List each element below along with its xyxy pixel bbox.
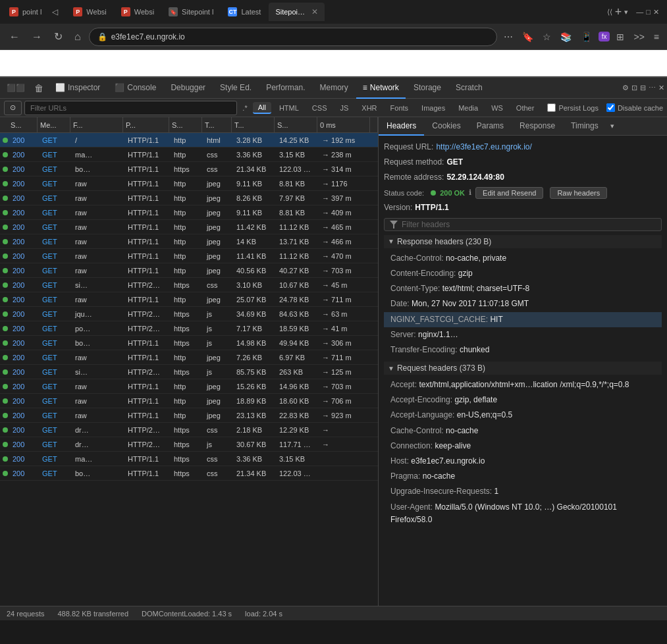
- table-row[interactable]: 200GETma…HTTP/1.1httpscss3.36 KB3.15 KB: [0, 452, 378, 466]
- filter-regex-btn[interactable]: .*: [240, 104, 250, 112]
- tab-3[interactable]: P Websi: [115, 3, 161, 21]
- devtools-toggle[interactable]: ⬛⬛: [3, 84, 29, 92]
- filter-other[interactable]: Other: [511, 103, 540, 113]
- response-headers-section[interactable]: ▼ Response headers (230 B): [384, 235, 662, 248]
- table-row[interactable]: 200GETbo…HTTP/1.1httpscss21.34 KB122.03 …: [0, 162, 378, 176]
- filter-all[interactable]: All: [253, 102, 271, 114]
- table-row[interactable]: 200GETrawHTTP/1.1httpjpeg23.13 KB22.83 K…: [0, 408, 378, 423]
- raw-headers-button[interactable]: Raw headers: [550, 187, 607, 199]
- col-status[interactable]: S...: [8, 117, 38, 132]
- filter-xhr[interactable]: XHR: [356, 103, 382, 113]
- col-file[interactable]: F...: [70, 117, 123, 132]
- filter-js[interactable]: JS: [334, 103, 354, 113]
- col-type[interactable]: T...: [202, 117, 232, 132]
- edit-resend-button[interactable]: Edit and Resend: [475, 187, 543, 199]
- filter-html[interactable]: HTML: [274, 103, 304, 113]
- table-row[interactable]: 200GETrawHTTP/1.1httpjpeg15.26 KB14.96 K…: [0, 379, 378, 394]
- details-tab-params[interactable]: Params: [469, 117, 512, 136]
- star-btn[interactable]: ☆: [540, 29, 554, 45]
- filter-urls-input[interactable]: [24, 101, 237, 115]
- tab-4[interactable]: 🔖 Sitepoint l: [162, 3, 220, 21]
- details-tabs-overflow[interactable]: ▾: [606, 122, 618, 130]
- bookmark-btn[interactable]: 🔖: [520, 29, 536, 45]
- table-row[interactable]: 200GETrawHTTP/1.1httpjpeg18.89 KB18.60 K…: [0, 394, 378, 408]
- request-headers-section[interactable]: ▼ Request headers (373 B): [384, 362, 662, 375]
- refresh-button[interactable]: ↻: [50, 28, 67, 45]
- devtools-tab-network[interactable]: ≡ Network: [356, 78, 406, 99]
- tab-1[interactable]: P point l: [3, 3, 48, 21]
- tab-5[interactable]: CT Latest: [221, 3, 267, 21]
- persist-logs-checkbox[interactable]: [547, 103, 556, 112]
- col-method[interactable]: Me...: [38, 117, 70, 132]
- close-window-btn[interactable]: ✕: [653, 8, 659, 16]
- minimize-btn[interactable]: —: [636, 8, 643, 16]
- apps-btn[interactable]: ⊞: [614, 29, 627, 45]
- devtools-dock[interactable]: ⊡: [631, 84, 637, 92]
- disable-cache-checkbox[interactable]: [606, 103, 615, 112]
- table-row[interactable]: 200GETma…HTTP/1.1httpcss3.36 KB3.15 KB→ …: [0, 148, 378, 162]
- filter-ws[interactable]: WS: [486, 103, 508, 113]
- devtools-tab-console[interactable]: ⬛ Console: [108, 78, 163, 99]
- hamburger-btn[interactable]: ≡: [651, 29, 662, 45]
- col-scheme[interactable]: S...: [169, 117, 202, 132]
- table-row[interactable]: 200GETbo…HTTP/1.1httpsjs14.98 KB49.94 KB…: [0, 336, 378, 350]
- filter-css[interactable]: CSS: [307, 103, 333, 113]
- tab-6-close[interactable]: ✕: [311, 7, 318, 16]
- devtools-tab-storage[interactable]: Storage: [407, 78, 448, 99]
- tab-list-btn[interactable]: ▾: [624, 8, 628, 16]
- table-row[interactable]: 200GETrawHTTP/1.1httpjpeg7.26 KB6.97 KB→…: [0, 350, 378, 365]
- synced-tabs-btn[interactable]: 📱: [578, 29, 595, 45]
- forward-button[interactable]: →: [28, 28, 46, 45]
- address-bar[interactable]: 🔒 e3fe1ec7.eu.ngrok.io: [89, 28, 497, 46]
- fx-accounts-btn[interactable]: fx: [599, 32, 610, 41]
- devtools-close[interactable]: ✕: [658, 84, 664, 92]
- table-row[interactable]: 200GETsi…HTTP/2…httpscss3.10 KB10.67 KB→…: [0, 278, 378, 292]
- col-size[interactable]: S...: [275, 117, 317, 132]
- filter-headers-bar[interactable]: Filter headers: [384, 218, 662, 231]
- details-tab-cookies[interactable]: Cookies: [424, 117, 468, 136]
- col-time[interactable]: 0 ms: [317, 117, 370, 132]
- more-btn[interactable]: ⋯: [501, 29, 516, 45]
- tab-6-active[interactable]: Sitepoi… ✕: [269, 3, 325, 21]
- table-row[interactable]: 200GETrawHTTP/1.1httpjpeg9.11 KB8.81 KB→…: [0, 205, 378, 220]
- table-row[interactable]: 200GET/HTTP/1.1httphtml3.28 KB14.25 KB→ …: [0, 133, 378, 148]
- table-row[interactable]: 200GETjqu…HTTP/2…httpsjs34.69 KB84.63 KB…: [0, 307, 378, 321]
- disable-cache-label[interactable]: Disable cache: [606, 103, 663, 112]
- maximize-btn[interactable]: □: [646, 8, 651, 16]
- persist-logs-label[interactable]: Persist Logs: [547, 103, 599, 112]
- devtools-tab-performance[interactable]: Performan.: [259, 78, 311, 99]
- table-row[interactable]: 200GETpo…HTTP/2…httpsjs7.17 KB18.59 KB→ …: [0, 321, 378, 336]
- table-row[interactable]: 200GETrawHTTP/1.1httpjpeg14 KB13.71 KB→ …: [0, 234, 378, 249]
- filter-media[interactable]: Media: [453, 103, 483, 113]
- col-transferred[interactable]: T...: [232, 117, 275, 132]
- back-button[interactable]: ←: [5, 28, 24, 45]
- library-btn[interactable]: 📚: [558, 29, 574, 45]
- details-tab-headers[interactable]: Headers: [379, 117, 424, 136]
- table-row[interactable]: 200GETrawHTTP/1.1httpjpeg11.41 KB11.12 K…: [0, 249, 378, 263]
- devtools-tab-debugger[interactable]: Debugger: [164, 78, 212, 99]
- overflow-btn[interactable]: >>: [631, 29, 647, 45]
- details-tab-response[interactable]: Response: [512, 117, 563, 136]
- col-proto[interactable]: P...: [123, 117, 169, 132]
- table-row[interactable]: 200GETdr…HTTP/2…httpscss2.18 KB12.29 KB→: [0, 423, 378, 437]
- details-tab-timings[interactable]: Timings: [563, 117, 606, 136]
- new-tab-btn[interactable]: +: [615, 5, 622, 19]
- table-row[interactable]: 200GETsi…HTTP/2…httpsjs85.75 KB263 KB→ 1…: [0, 365, 378, 379]
- table-row[interactable]: 200GETrawHTTP/1.1httpjpeg9.11 KB8.81 KB→…: [0, 176, 378, 191]
- home-button[interactable]: ⌂: [70, 28, 85, 45]
- request-rows[interactable]: 200GET/HTTP/1.1httphtml3.28 KB14.25 KB→ …: [0, 133, 378, 606]
- table-row[interactable]: 200GETbo…HTTP/1.1httpscss21.34 KB122.03 …: [0, 466, 378, 481]
- table-row[interactable]: 200GETdr…HTTP/2…httpsjs30.67 KB117.71 …→: [0, 437, 378, 452]
- devtools-splitview[interactable]: ⊟: [640, 84, 646, 92]
- filter-urls-btn[interactable]: ⊙: [4, 101, 22, 115]
- table-row[interactable]: 200GETrawHTTP/1.1httpjpeg25.07 KB24.78 K…: [0, 292, 378, 307]
- devtools-settings[interactable]: ⚙: [622, 84, 629, 92]
- table-row[interactable]: 200GETrawHTTP/1.1httpjpeg40.56 KB40.27 K…: [0, 263, 378, 278]
- col-waterfall[interactable]: [370, 117, 378, 132]
- scroll-tabs-left[interactable]: ⟨⟨: [607, 8, 612, 16]
- devtools-clear[interactable]: 🗑: [30, 83, 47, 94]
- tab-back[interactable]: ◁: [49, 3, 65, 21]
- devtools-more[interactable]: ⋯: [649, 84, 656, 92]
- table-row[interactable]: 200GETrawHTTP/1.1httpjpeg8.26 KB7.97 KB→…: [0, 191, 378, 205]
- status-info-icon[interactable]: ℹ: [469, 188, 471, 197]
